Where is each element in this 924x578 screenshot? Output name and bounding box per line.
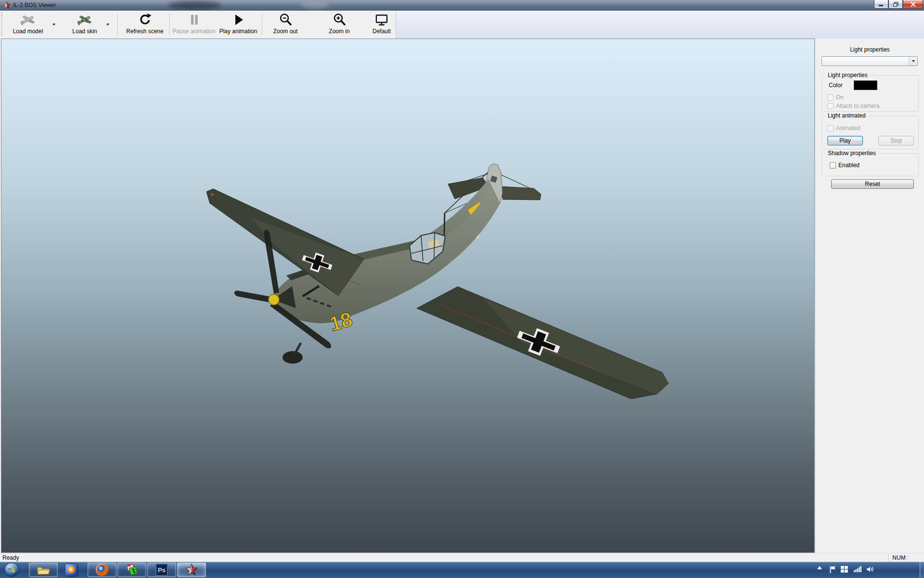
red-star-icon [3, 1, 11, 9]
taskbar-item-firefox[interactable] [88, 563, 116, 577]
show-desktop-button[interactable] [920, 562, 924, 578]
restore-button[interactable] [888, 0, 903, 9]
load-model-dropdown[interactable] [50, 12, 58, 37]
zoom-out-button[interactable]: Zoom out [266, 12, 305, 37]
toolbar-button-label: Zoom out [273, 28, 298, 35]
pause-animation-button: Pause animation [172, 12, 216, 37]
airplane-camo-icon [77, 13, 92, 27]
color-label: Color [829, 82, 854, 89]
refresh-icon [138, 13, 152, 27]
shadow-enabled-checkbox[interactable]: Enabled [830, 162, 860, 169]
windows-logo-icon [841, 566, 848, 573]
toolbar-button-label: Pause animation [172, 28, 215, 35]
play-light-button[interactable]: Play [827, 136, 863, 145]
minimize-icon [879, 2, 884, 6]
toolbar-separator [169, 13, 170, 36]
checkbox-icon [827, 94, 834, 101]
window-title: IL-2 BOS Viewer [13, 2, 56, 9]
group-title: Light properties [826, 72, 870, 79]
on-checkbox: On [827, 94, 844, 101]
reset-button[interactable]: Reset [831, 179, 914, 189]
refresh-scene-button[interactable]: Refresh scene [122, 12, 167, 37]
window-titlebar[interactable]: IL-2 BOS Viewer [0, 0, 924, 11]
up-arrow-icon [817, 566, 822, 569]
checkbox-icon [827, 103, 834, 109]
airplane-gray-icon [21, 13, 35, 27]
3d-viewport[interactable]: 18 [1, 39, 815, 553]
windows-logo-icon[interactable] [841, 566, 848, 573]
taskbar-item-graphics-app[interactable] [117, 563, 146, 577]
toolbar-grip[interactable] [1, 13, 2, 37]
desktop-screen: IL-2 BOS Viewer [0, 0, 924, 578]
graphics-app-icon [126, 564, 138, 576]
aircraft-render: 18 [1, 39, 814, 552]
load-skin-button[interactable]: Load skin [66, 12, 103, 37]
shadow-properties-group: Shadow properties Enabled [821, 153, 919, 176]
titlebar-glass-reflection [301, 2, 330, 9]
monitor-icon [374, 13, 389, 27]
checkbox-icon [827, 125, 834, 131]
window-controls [874, 0, 923, 9]
status-separator [888, 554, 889, 561]
taskbar-item-windows-explorer[interactable] [29, 563, 58, 577]
zoom-in-button[interactable]: Zoom in [321, 12, 357, 37]
load-skin-dropdown[interactable] [104, 12, 112, 37]
firefox-icon [96, 564, 108, 576]
checkbox-icon [830, 162, 836, 169]
pause-icon [187, 13, 201, 27]
toolbar-button-label: Zoom in [329, 28, 349, 35]
light-properties-group: Light properties Color On Attach to came… [821, 75, 919, 112]
restore-icon [893, 2, 898, 7]
toolbar-separator [117, 13, 118, 36]
taskbar-item-il2-bos-viewer[interactable] [177, 563, 206, 577]
photoshop-icon: Ps [155, 564, 168, 576]
taskbar-item-photoshop[interactable]: Ps [147, 563, 176, 577]
hidden-icons-button[interactable] [817, 566, 822, 569]
stop-light-button: Stop [878, 136, 914, 145]
light-selector-combobox[interactable] [821, 56, 918, 66]
start-button[interactable] [4, 563, 19, 577]
toolbar-separator [262, 13, 262, 36]
volume-icon[interactable] [867, 566, 874, 573]
close-icon [911, 2, 916, 7]
light-properties-panel: Light properties Light properties Color … [815, 39, 924, 553]
windows-start-orb [8, 566, 15, 573]
folder-icon [37, 564, 50, 576]
network-signal-icon[interactable] [854, 566, 861, 572]
chevron-down-icon [106, 24, 109, 26]
chevron-down-icon [52, 24, 55, 26]
combobox-dropdown-button[interactable] [909, 57, 917, 66]
toolbar: Load model Load skin [0, 11, 924, 39]
light-animated-group: Light animated Animated Play Stop [821, 116, 919, 149]
status-separator [908, 554, 909, 561]
action-center-flag-icon[interactable] [830, 566, 836, 573]
flag-icon [830, 566, 836, 573]
toolbar-empty-area [396, 11, 924, 39]
status-bar: Ready NUM [0, 553, 924, 562]
red-star-icon [185, 564, 198, 576]
chevron-down-icon [912, 60, 915, 62]
status-message: Ready [2, 554, 19, 561]
default-view-button[interactable]: Default [369, 12, 395, 37]
media-player-icon [65, 564, 77, 576]
toolbar-button-label: Load skin [72, 28, 97, 35]
group-title: Shadow properties [826, 150, 878, 157]
color-swatch[interactable] [854, 80, 877, 90]
toolbar-button-label: Default [372, 28, 391, 35]
titlebar-glass-reflection [168, 1, 221, 10]
attach-to-camera-checkbox: Attach to camera [827, 103, 880, 109]
play-animation-button[interactable]: Play animation [217, 12, 259, 37]
signal-bars-icon [854, 566, 861, 572]
num-lock-indicator: NUM [891, 554, 907, 561]
speaker-icon [867, 566, 874, 573]
minimize-button[interactable] [874, 0, 888, 9]
animated-checkbox: Animated [827, 125, 860, 131]
toolbar-button-label: Refresh scene [126, 28, 163, 35]
close-button[interactable] [903, 0, 923, 9]
main-client-area: 18 [0, 39, 924, 553]
taskbar: Ps [0, 562, 924, 578]
toolbar-button-label: Play animation [219, 28, 257, 35]
taskbar-item-windows-media-player[interactable] [60, 563, 83, 577]
load-model-button[interactable]: Load model [7, 12, 49, 37]
play-icon [231, 13, 245, 27]
